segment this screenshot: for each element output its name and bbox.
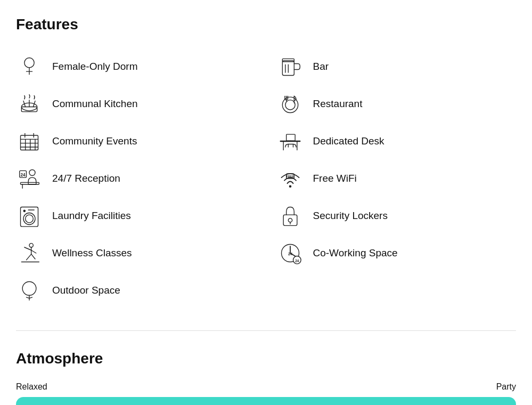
atmosphere-labels: Relaxed Party [16, 382, 516, 392]
svg-point-44 [26, 215, 34, 223]
svg-point-45 [23, 210, 26, 213]
feature-community-events: Community Events [16, 123, 256, 160]
features-grid: Female-Only Dorm Bar [16, 48, 516, 309]
svg-line-55 [31, 254, 35, 259]
feature-dedicated-desk: Dedicated Desk [277, 123, 517, 160]
feature-communal-kitchen: Communal Kitchen [16, 85, 256, 123]
svg-point-13 [285, 100, 294, 110]
feature-label-female-only-dorm: Female-Only Dorm [52, 61, 137, 72]
svg-line-53 [31, 250, 36, 254]
svg-point-39 [289, 185, 291, 188]
features-title: Features [16, 16, 516, 33]
feature-label-community-events: Community Events [52, 135, 137, 147]
svg-rect-30 [286, 134, 295, 141]
restaurant-icon [277, 91, 304, 117]
feature-label-restaurant: Restaurant [313, 98, 363, 110]
svg-line-54 [27, 254, 31, 260]
coworking-icon: 24 24 [277, 240, 304, 266]
feature-label-247-reception: 24/7 Reception [52, 173, 120, 184]
feature-bar: Bar [277, 48, 517, 85]
svg-text:FREE: FREE [286, 175, 294, 178]
svg-point-48 [288, 218, 292, 222]
svg-point-34 [29, 170, 35, 176]
feature-247-reception: 24 24/7 Reception [16, 160, 256, 197]
kitchen-icon [16, 91, 43, 117]
svg-text:24: 24 [288, 252, 292, 256]
feature-label-communal-kitchen: Communal Kitchen [52, 98, 138, 110]
feature-restaurant: Restaurant [277, 85, 517, 123]
svg-text:24: 24 [20, 173, 26, 177]
feature-label-security-lockers: Security Lockers [313, 210, 388, 222]
feature-label-bar: Bar [313, 61, 329, 72]
svg-point-63 [22, 282, 36, 296]
svg-point-50 [29, 244, 33, 247]
feature-label-free-wifi: Free WiFi [313, 173, 357, 184]
feature-outdoor-space: Outdoor Space [16, 272, 256, 309]
outdoor-icon [16, 277, 43, 304]
section-divider [16, 330, 516, 331]
feature-laundry-facilities: Laundry Facilities [16, 197, 256, 234]
svg-line-65 [27, 297, 30, 298]
female-icon [16, 53, 43, 80]
atmosphere-label-relaxed: Relaxed [16, 382, 47, 392]
feature-label-wellness-classes: Wellness Classes [52, 247, 132, 259]
svg-text:24: 24 [295, 259, 299, 263]
atmosphere-label-party: Party [496, 382, 516, 392]
svg-point-0 [24, 58, 34, 68]
wellness-icon [16, 240, 43, 266]
feature-security-lockers: Security Lockers [277, 197, 517, 234]
feature-wellness-classes: Wellness Classes [16, 234, 256, 272]
atmosphere-bar [16, 397, 516, 405]
feature-label-laundry-facilities: Laundry Facilities [52, 210, 131, 222]
atmosphere-title: Atmosphere [16, 350, 516, 367]
svg-line-52 [24, 247, 31, 250]
svg-rect-6 [282, 59, 294, 62]
feature-female-only-dorm: Female-Only Dorm [16, 48, 256, 85]
reception-icon: 24 [16, 165, 43, 192]
events-icon [16, 128, 43, 155]
atmosphere-section: Atmosphere Relaxed Party [16, 350, 516, 405]
wifi-icon: FREE [277, 165, 304, 192]
feature-label-outdoor-space: Outdoor Space [52, 285, 120, 296]
desk-icon [277, 128, 304, 155]
laundry-icon [16, 203, 43, 229]
feature-label-coworking-space: Co-Working Space [313, 247, 398, 259]
feature-coworking-space: 24 24 Co-Working Space [277, 234, 517, 272]
svg-line-66 [29, 297, 32, 298]
bar-icon [277, 53, 304, 80]
feature-free-wifi: FREE Free WiFi [277, 160, 517, 197]
locker-icon [277, 203, 304, 229]
feature-label-dedicated-desk: Dedicated Desk [313, 135, 384, 147]
